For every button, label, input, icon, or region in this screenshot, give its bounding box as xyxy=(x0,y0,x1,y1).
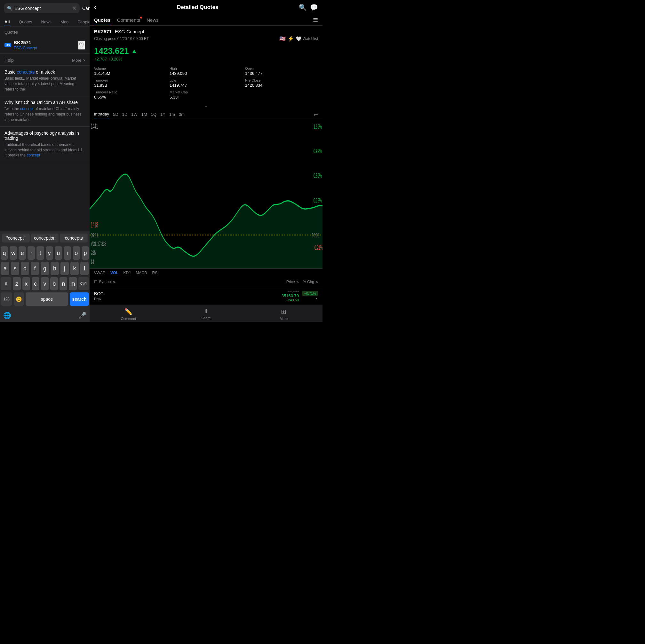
ind-tab-vol[interactable]: VOL xyxy=(111,271,119,275)
chart-tab-1m[interactable]: 1M xyxy=(142,111,147,118)
key-a[interactable]: a xyxy=(1,262,9,275)
tab-people[interactable]: People xyxy=(73,18,89,26)
key-k[interactable]: k xyxy=(70,262,79,275)
comment-action[interactable]: ✏️ Comment xyxy=(89,308,167,320)
chart-tab-3min[interactable]: 3m xyxy=(179,111,185,118)
key-r[interactable]: r xyxy=(27,246,35,260)
autocomplete-concept[interactable]: "concept" xyxy=(2,234,30,242)
key-w[interactable]: w xyxy=(10,246,17,260)
chart-tab-1min[interactable]: 1m xyxy=(169,111,175,118)
chart-tab-1w[interactable]: 1W xyxy=(131,111,138,118)
ind-tab-rsi[interactable]: RSI xyxy=(152,271,159,275)
tab-quotes-right[interactable]: Quotes xyxy=(94,15,111,25)
more-header-icon[interactable]: 💬 xyxy=(310,4,318,11)
stat-market-cap: Market Cap 5.33T xyxy=(170,90,242,99)
key-l[interactable]: l xyxy=(80,262,88,275)
key-t[interactable]: t xyxy=(36,246,44,260)
quotes-section-label: Quotes xyxy=(0,27,89,36)
more-link[interactable]: More > xyxy=(72,58,85,63)
th-chg: % Chg ⇅ xyxy=(299,280,318,284)
key-m[interactable]: m xyxy=(69,277,76,290)
key-emoji[interactable]: 😊 xyxy=(14,292,24,306)
key-u[interactable]: u xyxy=(55,246,62,260)
chart-tab-intraday[interactable]: Intraday xyxy=(94,111,109,119)
share-icon: ⬆ xyxy=(204,308,209,315)
expand-icon[interactable]: ⌄ xyxy=(204,103,208,108)
key-g[interactable]: g xyxy=(41,262,49,275)
ind-tab-vwap[interactable]: VWAP xyxy=(94,271,105,275)
chart-tab-5d[interactable]: 5D xyxy=(113,111,119,118)
expand-row-icon[interactable]: ∧ xyxy=(315,297,318,301)
search-bar: 🔍 ✕ Cancel xyxy=(0,0,89,16)
key-j[interactable]: j xyxy=(60,262,69,275)
key-o[interactable]: o xyxy=(73,246,80,260)
autocomplete-conception[interactable]: conception xyxy=(31,234,59,242)
help-item-2[interactable]: Why isn't China Unicom an AH share "with… xyxy=(0,96,89,127)
key-z[interactable]: z xyxy=(13,277,20,290)
key-n[interactable]: n xyxy=(59,277,67,290)
tab-quotes[interactable]: Quotes xyxy=(14,18,37,26)
autocomplete-concepts[interactable]: concepts xyxy=(60,234,88,242)
chart-tab-1q[interactable]: 1Q xyxy=(151,111,157,118)
tab-all[interactable]: All xyxy=(0,18,14,26)
chart-tab-1d[interactable]: 1D xyxy=(122,111,128,118)
watchlist-heart-button[interactable]: ♡ xyxy=(78,41,85,50)
key-c[interactable]: c xyxy=(32,277,39,290)
sort-symbol-icon[interactable]: ⇅ xyxy=(113,280,116,284)
comment-icon: ✏️ xyxy=(125,308,133,315)
key-shift[interactable]: ⇧ xyxy=(1,277,11,290)
key-q[interactable]: q xyxy=(1,246,8,260)
symbol-col: BCC Dow xyxy=(94,291,273,301)
sort-price-icon[interactable]: ⇅ xyxy=(296,280,299,284)
chart-tab-1y[interactable]: 1Y xyxy=(160,111,165,118)
table-row[interactable]: BCC Dow ~~.~~~ 35160.79 +249.59 +0.71% ∧ xyxy=(89,287,322,305)
help-item-1[interactable]: Basic concepts of a stock Basic field1. … xyxy=(0,65,89,96)
price-change: +2.787 +0.20% xyxy=(94,57,318,61)
search-header-icon[interactable]: 🔍 xyxy=(299,4,307,11)
tab-news-right[interactable]: News xyxy=(147,15,159,25)
price-header-label[interactable]: Price xyxy=(286,280,295,284)
cancel-button[interactable]: Cancel xyxy=(82,6,89,11)
key-b[interactable]: b xyxy=(50,277,58,290)
tab-comments[interactable]: Comments xyxy=(117,15,141,25)
clear-button[interactable]: ✕ xyxy=(72,5,76,11)
ind-tab-macd[interactable]: MACD xyxy=(136,271,147,275)
key-x[interactable]: x xyxy=(22,277,30,290)
key-y[interactable]: y xyxy=(46,246,53,260)
key-d[interactable]: d xyxy=(21,262,29,275)
tab-news[interactable]: News xyxy=(37,18,56,26)
tab-moo[interactable]: Moo xyxy=(56,18,73,26)
more-action[interactable]: ⊞ More xyxy=(245,308,322,320)
key-s[interactable]: s xyxy=(11,262,19,275)
stock-name: ESG Concept xyxy=(115,29,144,34)
chg-header-label[interactable]: % Chg xyxy=(303,280,314,284)
key-search[interactable]: search xyxy=(70,292,89,306)
help-item-3[interactable]: Advantages of psychology analysis in tra… xyxy=(0,127,89,162)
key-i[interactable]: i xyxy=(64,246,71,260)
autocomplete-row: "concept" conception concepts xyxy=(0,231,89,245)
quote-result-item[interactable]: US BK2571 ESG Concept ♡ xyxy=(0,36,89,54)
key-f[interactable]: f xyxy=(31,262,39,275)
hamburger-icon[interactable]: ☰ xyxy=(313,17,318,24)
key-123[interactable]: 123 xyxy=(1,292,12,306)
key-row-3: ⇧ z x c v b n m ⌫ xyxy=(1,277,89,290)
symbol-header-label[interactable]: Symbol xyxy=(99,280,112,284)
chart-settings-icon[interactable]: ⇌ xyxy=(314,111,318,118)
bottom-bar: 🌐 🎤 xyxy=(0,309,89,322)
help-desc-1: Basic field1. Market valueFormula: Marke… xyxy=(4,76,85,92)
globe-icon[interactable]: 🌐 xyxy=(3,311,11,319)
sort-chg-icon[interactable]: ⇅ xyxy=(315,280,318,284)
share-action[interactable]: ⬆ Share xyxy=(167,308,245,320)
key-v[interactable]: v xyxy=(41,277,49,290)
key-e[interactable]: e xyxy=(19,246,26,260)
search-input[interactable] xyxy=(14,6,70,11)
watchlist-button[interactable]: 🤍 Watchlist xyxy=(296,36,318,41)
checkbox-icon: ☐ xyxy=(94,280,97,284)
microphone-icon[interactable]: 🎤 xyxy=(78,311,86,319)
key-space[interactable]: space xyxy=(26,292,68,306)
ind-tab-kdj[interactable]: KDJ xyxy=(124,271,131,275)
key-p[interactable]: p xyxy=(81,246,89,260)
key-backspace[interactable]: ⌫ xyxy=(78,277,89,290)
back-button[interactable]: ‹ xyxy=(94,3,96,11)
key-h[interactable]: h xyxy=(50,262,59,275)
